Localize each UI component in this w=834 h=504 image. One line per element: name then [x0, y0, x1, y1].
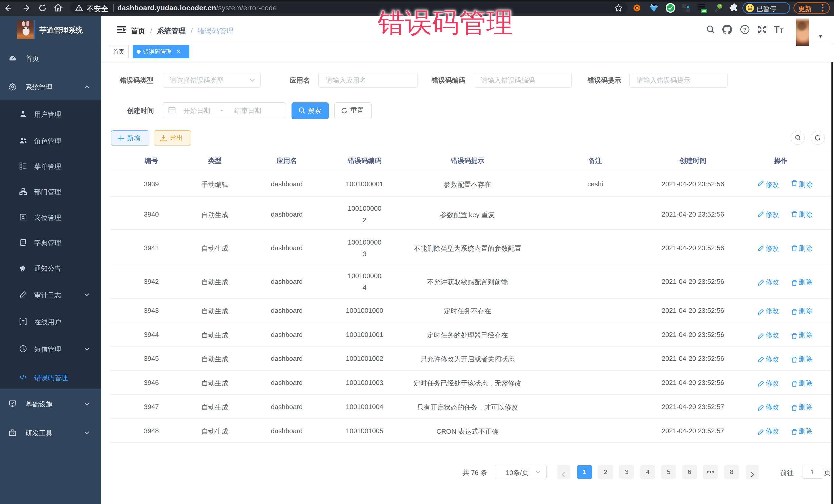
svg-text:on: on — [702, 9, 706, 13]
svg-text:?: ? — [743, 26, 746, 32]
